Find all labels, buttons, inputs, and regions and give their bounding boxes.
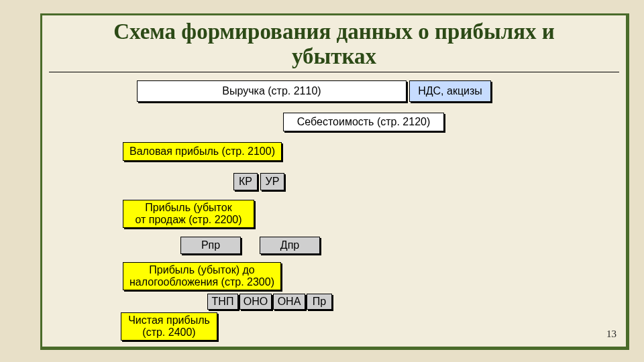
box-ono: ОНО [239, 294, 272, 310]
box-ur: УР [260, 173, 284, 190]
box-pr: Пр [307, 294, 332, 310]
box-kr: КР [233, 173, 258, 190]
box-cost: Себестоимость (стр. 2120) [283, 113, 444, 131]
slide-frame: Схема формирования данных о прибылях и у… [40, 13, 629, 350]
box-sales-profit: Прибыль (убыток от продаж (стр. 2200) [123, 200, 254, 228]
box-pretax-profit: Прибыль (убыток) до налогообложения (стр… [123, 262, 281, 290]
box-ona: ОНА [273, 294, 305, 310]
box-net-profit: Чистая прибыль (стр. 2400) [121, 312, 217, 341]
diagram-stage: Выручка (стр. 2110) НДС, акцизы Себестои… [42, 72, 626, 327]
box-gross-profit: Валовая прибыль (стр. 2100) [123, 142, 282, 161]
box-vat: НДС, акцизы [409, 80, 491, 102]
slide-title: Схема формирования данных о прибылях и у… [69, 19, 599, 69]
box-revenue: Выручка (стр. 2110) [137, 80, 407, 102]
box-dpr: Дпр [260, 237, 320, 254]
box-tnp: ТНП [207, 294, 238, 310]
page-number: 13 [606, 328, 616, 340]
box-rpr: Рпр [180, 237, 241, 254]
